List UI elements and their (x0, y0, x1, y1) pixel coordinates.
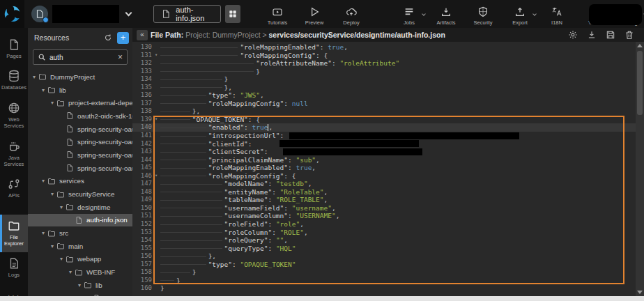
tree-caret-icon[interactable]: ▾ (49, 100, 56, 106)
refresh-icon[interactable] (104, 33, 112, 42)
search-input[interactable]: auth (49, 54, 114, 61)
code-line-131[interactable]: 131▾"roleMappingConfig": { (132, 52, 636, 60)
page-bottom-scrollbar[interactable] (0, 296, 644, 301)
sidebar-item-java-services[interactable]: Java Services (0, 135, 28, 173)
code-line-153[interactable]: 153"roleColumn": "ROLE", (132, 229, 636, 237)
code-line-134[interactable]: 134} (132, 75, 636, 84)
tree-folder-WEB-INF[interactable]: ▾WEB-INF (28, 265, 132, 279)
tree-folder-services[interactable]: ▾services (28, 175, 132, 188)
tab-auth-info-json[interactable]: auth-info.json (153, 5, 220, 23)
fold-marker-icon[interactable]: ▾ (152, 172, 160, 180)
artifacts-icon (440, 6, 452, 17)
code-line-147[interactable]: 147"modelName": "testdb", (132, 180, 636, 188)
tree-file-spring-security-oau[interactable]: spring-security-oau (28, 148, 132, 162)
code-line-156[interactable]: 156}, (132, 252, 636, 261)
code-line-148[interactable]: 148"entityName": "RoleTable", (132, 188, 636, 196)
tree-caret-icon[interactable]: ▾ (49, 243, 56, 249)
code-line-150[interactable]: 150"usernameField": "username", (132, 204, 636, 213)
code-line-158[interactable]: 158} (132, 268, 636, 277)
sidebar-item-databases[interactable]: Databases (0, 65, 28, 96)
tree-caret-icon[interactable]: ▾ (40, 230, 47, 236)
tree-caret-icon[interactable]: ▾ (76, 282, 83, 288)
project-selector[interactable] (31, 5, 131, 23)
tree-file-auth-info.json[interactable]: auth-info.json (28, 214, 132, 227)
toolbar-export-button[interactable]: Export (507, 6, 533, 26)
code-line-139[interactable]: 139▾"OPAQUE_TOKEN": { (132, 116, 636, 124)
code-line-144[interactable]: 144"principalClaimName": "sub", (132, 156, 636, 164)
tree-folder-designtime[interactable]: ▾designtime (28, 201, 132, 214)
code-line-136[interactable]: 136"type": "JWS", (132, 91, 636, 100)
tree-caret-icon[interactable]: ▾ (40, 87, 47, 93)
toolbar-deploy-button[interactable]: Deploy (338, 6, 365, 26)
sidebar-item-pages[interactable]: Pages (0, 33, 28, 65)
editor-scrollbar[interactable] (636, 42, 644, 296)
delete-file-icon[interactable] (624, 30, 634, 40)
tree-file-spring-security-oau[interactable]: spring-security-oau (28, 162, 132, 175)
code-line-143[interactable]: 143"clientSecret": (132, 148, 636, 156)
tree-caret-icon[interactable]: ▾ (58, 256, 65, 262)
add-resource-button[interactable]: + (117, 32, 129, 44)
sidebar-item-apis[interactable]: APIs (0, 173, 28, 204)
tree-folder-securityService[interactable]: ▾securityService (28, 187, 132, 201)
download-file-icon[interactable] (587, 30, 597, 40)
toolbar-artifacts-button[interactable]: Artifacts (433, 6, 459, 26)
code-line-133[interactable]: 133} (132, 68, 636, 76)
tree-folder-project-external-depend[interactable]: ▾project-external-depend (28, 96, 132, 109)
tree-folder-DummyProject[interactable]: ▾DummyProject (28, 70, 132, 84)
code-line-146[interactable]: 146▾"roleMappingConfig": { (132, 172, 636, 180)
toolbar-jobs-button[interactable]: Jobs (396, 6, 422, 26)
save-file-icon[interactable] (606, 30, 615, 40)
file-tree: ▾DummyProject▾lib▾project-external-depen… (28, 70, 132, 296)
code-editor[interactable]: 130"roleMappingEnabled": true,131▾"roleM… (132, 42, 644, 296)
tree-file-spring-security-oau[interactable]: spring-security-oau (28, 135, 132, 148)
scroll-down-icon[interactable] (637, 291, 643, 294)
tree-caret-icon[interactable]: ▾ (49, 191, 56, 197)
toolbar-i18n-button[interactable]: I18N (544, 6, 570, 26)
code-line-154[interactable]: 154"roleQuery": "", (132, 236, 636, 245)
toolbar-preview-button[interactable]: Preview (301, 6, 328, 26)
fold-marker-icon[interactable]: ▾ (152, 116, 160, 124)
code-line-130[interactable]: 130"roleMappingEnabled": true, (132, 43, 636, 52)
code-line-149[interactable]: 149"tableName": "ROLE_TABLE", (132, 196, 636, 204)
clear-search-icon[interactable]: × (118, 52, 123, 62)
dashboard-grid-button[interactable] (225, 5, 240, 23)
toolbar-tutorials-button[interactable]: Tutorials (264, 6, 291, 26)
tree-caret-icon[interactable]: ▾ (58, 204, 65, 210)
collapse-panel-icon[interactable]: « (137, 30, 148, 40)
tree-folder-main[interactable]: ▾main (28, 240, 132, 253)
sidebar-item-label: Databases (1, 84, 26, 91)
code-line-135[interactable]: 135}, (132, 84, 636, 92)
tree-file-spring-security-oau[interactable]: spring-security-oau (28, 123, 132, 136)
tree-folder-webapp[interactable]: ▾webapp (28, 253, 132, 266)
scrollbar-thumb[interactable] (637, 51, 643, 115)
tree-caret-icon[interactable]: ▾ (67, 269, 74, 275)
tree-folder-src[interactable]: ▾src (28, 226, 132, 240)
code-line-140[interactable]: 140"enabled": true, (132, 123, 636, 132)
code-line-132[interactable]: 132"roleAttributeName": "roleAttribute" (132, 59, 636, 68)
tree-caret-icon[interactable]: ▾ (31, 74, 38, 80)
tree-folder-lib[interactable]: ▾lib (28, 279, 132, 292)
tree-caret-icon[interactable]: ▾ (40, 178, 47, 184)
sidebar-item-file-explorer[interactable]: File Explorer (0, 215, 28, 253)
tree-file-oauth2-oidc-sdk-10[interactable]: oauth2-oidc-sdk-10 (28, 109, 132, 123)
code-line-138[interactable]: 138}, (132, 107, 636, 116)
file-settings-gear-icon[interactable] (568, 30, 578, 40)
code-line-159[interactable]: 159} (132, 277, 636, 285)
code-line-137[interactable]: 137"roleMappingConfig": null (132, 100, 636, 108)
toolbar-security-button[interactable]: Security (470, 6, 496, 26)
sidebar-item-logs[interactable]: Logs (0, 252, 28, 284)
tree-folder-lib[interactable]: ▾lib (28, 84, 132, 97)
code-line-160[interactable]: 160} (132, 284, 636, 293)
code-line-152[interactable]: 152"roleField": "role", (132, 220, 636, 229)
app-logo[interactable] (0, 0, 24, 28)
code-line-142[interactable]: 142"clientId": (132, 140, 636, 148)
code-line-141[interactable]: 141"introspectionUrl": (132, 132, 636, 140)
code-line-151[interactable]: 151"usernameColumn": "USERNAME", (132, 212, 636, 220)
sidebar-item-web-services[interactable]: Web Services (0, 97, 28, 135)
scroll-up-icon[interactable] (637, 44, 643, 47)
code-line-145[interactable]: 145"roleMappingEnabled": true, (132, 164, 636, 172)
resources-search[interactable]: auth × (33, 49, 128, 65)
code-line-157[interactable]: 157"type": "OPAQUE_TOKEN" (132, 261, 636, 269)
fold-marker-icon[interactable]: ▾ (152, 52, 160, 60)
code-line-155[interactable]: 155"queryType": "HQL" (132, 245, 636, 253)
